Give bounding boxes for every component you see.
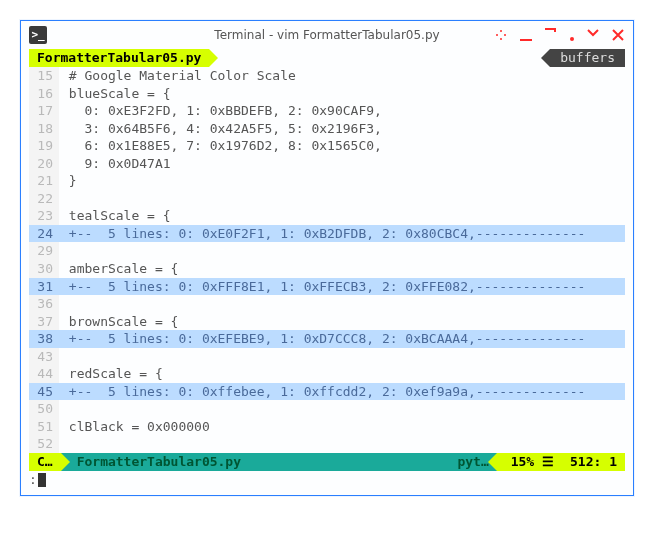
bufferline: FormatterTabular05.py buffers: [29, 49, 625, 67]
line-number: 15: [29, 67, 59, 85]
line-number: 21: [29, 172, 59, 190]
code-line: 15 # Google Material Color Scale: [29, 67, 625, 85]
line-text: amberScale = {: [59, 260, 625, 278]
code-line: 52: [29, 435, 625, 453]
line-number: 36: [29, 295, 59, 313]
fold-line[interactable]: 45 +-- 5 lines: 0: 0xffebee, 1: 0xffcdd2…: [29, 383, 625, 401]
terminal-window: >_ Terminal - vim FormatterTabular05.py: [20, 20, 634, 496]
line-number: 52: [29, 435, 59, 453]
bufferline-right-label: buffers: [560, 49, 615, 67]
code-line: 50: [29, 400, 625, 418]
statusline-file: FormatterTabular05.py: [61, 453, 249, 471]
line-text: +-- 5 lines: 0: 0xffebee, 1: 0xffcdd2, 2…: [59, 383, 625, 401]
line-text: 9: 0x0D47A1: [59, 155, 625, 173]
line-number: 16: [29, 85, 59, 103]
code-line: 37 brownScale = {: [29, 313, 625, 331]
line-number: 45: [29, 383, 59, 401]
command-prompt: :: [29, 471, 37, 489]
line-number: 38: [29, 330, 59, 348]
svg-point-5: [570, 37, 574, 41]
bufferline-right[interactable]: buffers: [550, 49, 625, 67]
editor-viewport[interactable]: 15 # Google Material Color Scale16 blueS…: [29, 67, 625, 453]
code-line: 20 9: 0x0D47A1: [29, 155, 625, 173]
minimize-icon[interactable]: [519, 28, 533, 42]
fold-line[interactable]: 24 +-- 5 lines: 0: 0xE0F2F1, 1: 0xB2DFDB…: [29, 225, 625, 243]
code-line: 36: [29, 295, 625, 313]
line-text: 0: 0xE3F2FD, 1: 0xBBDEFB, 2: 0x90CAF9,: [59, 102, 625, 120]
line-number: 43: [29, 348, 59, 366]
titlebar[interactable]: >_ Terminal - vim FormatterTabular05.py: [21, 21, 633, 49]
fold-line[interactable]: 38 +-- 5 lines: 0: 0xEFEBE9, 1: 0xD7CCC8…: [29, 330, 625, 348]
line-text: clBlack = 0x000000: [59, 418, 625, 436]
window-controls: [494, 28, 625, 42]
code-line: 22: [29, 190, 625, 208]
code-line: 19 6: 0x1E88E5, 7: 0x1976D2, 8: 0x1565C0…: [29, 137, 625, 155]
line-number: 31: [29, 278, 59, 296]
code-line: 17 0: 0xE3F2FD, 1: 0xBBDEFB, 2: 0x90CAF9…: [29, 102, 625, 120]
dot-icon[interactable]: [569, 28, 575, 42]
line-number: 20: [29, 155, 59, 173]
statusline-mode: C…: [29, 453, 61, 471]
fold-line[interactable]: 31 +-- 5 lines: 0: 0xFFF8E1, 1: 0xFFECB3…: [29, 278, 625, 296]
code-line: 51 clBlack = 0x000000: [29, 418, 625, 436]
line-text: [59, 190, 625, 208]
code-line: 23 tealScale = {: [29, 207, 625, 225]
svg-rect-4: [520, 39, 532, 41]
line-number: 23: [29, 207, 59, 225]
line-number: 22: [29, 190, 59, 208]
close-icon[interactable]: [611, 28, 625, 42]
line-number: 18: [29, 120, 59, 138]
line-text: brownScale = {: [59, 313, 625, 331]
code-line: 16 blueScale = {: [29, 85, 625, 103]
buffer-tab-label: FormatterTabular05.py: [37, 49, 201, 67]
line-text: 6: 0x1E88E5, 7: 0x1976D2, 8: 0x1565C0,: [59, 137, 625, 155]
statusline-percent: 15% ☰: [497, 453, 562, 471]
code-line: 29: [29, 242, 625, 260]
line-text: 3: 0x64B5F6, 4: 0x42A5F5, 5: 0x2196F3,: [59, 120, 625, 138]
line-text: [59, 400, 625, 418]
line-number: 24: [29, 225, 59, 243]
command-line[interactable]: :: [29, 471, 625, 489]
svg-point-0: [496, 34, 498, 36]
line-text: }: [59, 172, 625, 190]
line-number: 44: [29, 365, 59, 383]
line-number: 30: [29, 260, 59, 278]
line-text: +-- 5 lines: 0: 0xEFEBE9, 1: 0xD7CCC8, 2…: [59, 330, 625, 348]
line-number: 37: [29, 313, 59, 331]
restore-icon[interactable]: [586, 28, 600, 42]
line-text: redScale = {: [59, 365, 625, 383]
svg-point-1: [504, 34, 506, 36]
terminal-app-icon: >_: [29, 26, 47, 44]
line-text: blueScale = {: [59, 85, 625, 103]
line-number: 51: [29, 418, 59, 436]
line-text: tealScale = {: [59, 207, 625, 225]
line-number: 17: [29, 102, 59, 120]
line-text: [59, 348, 625, 366]
line-number: 19: [29, 137, 59, 155]
cursor: [38, 473, 46, 487]
statusline: C… FormatterTabular05.py pyt… 15% ☰ 512:…: [29, 453, 625, 471]
line-text: # Google Material Color Scale: [59, 67, 625, 85]
line-text: +-- 5 lines: 0: 0xE0F2F1, 1: 0xB2DFDB, 2…: [59, 225, 625, 243]
line-number: 29: [29, 242, 59, 260]
line-text: [59, 242, 625, 260]
code-line: 21 }: [29, 172, 625, 190]
svg-point-3: [500, 38, 502, 40]
code-line: 18 3: 0x64B5F6, 4: 0x42A5F5, 5: 0x2196F3…: [29, 120, 625, 138]
line-text: +-- 5 lines: 0: 0xFFF8E1, 1: 0xFFECB3, 2…: [59, 278, 625, 296]
maximise-icon[interactable]: [544, 28, 558, 42]
keep-above-icon[interactable]: [494, 28, 508, 42]
line-number: 50: [29, 400, 59, 418]
line-text: [59, 295, 625, 313]
code-line: 43: [29, 348, 625, 366]
svg-point-2: [500, 30, 502, 32]
buffer-tab-active[interactable]: FormatterTabular05.py: [29, 49, 209, 67]
line-text: [59, 435, 625, 453]
statusline-position: 512: 1: [562, 453, 625, 471]
code-line: 44 redScale = {: [29, 365, 625, 383]
code-line: 30 amberScale = {: [29, 260, 625, 278]
